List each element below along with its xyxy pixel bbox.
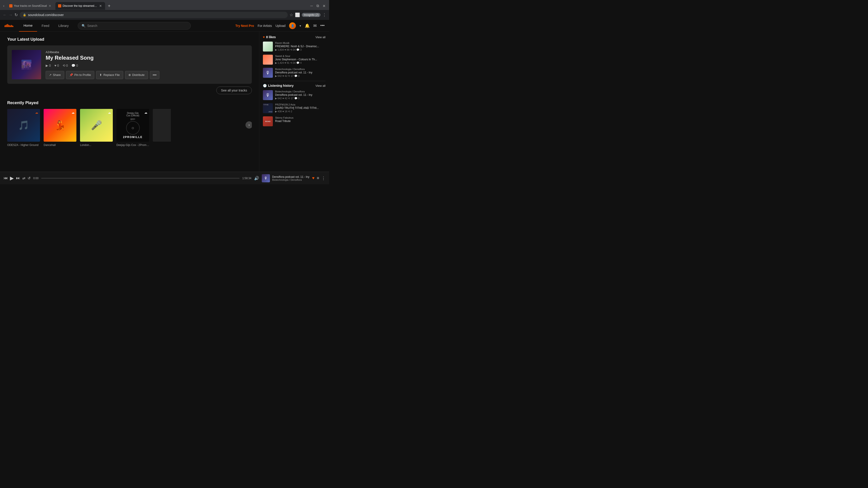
skip-forward-btn[interactable]: ⏭ [16, 176, 20, 181]
profile-switcher-btn[interactable]: ⬜ [295, 12, 300, 18]
track-card-5[interactable] [153, 109, 171, 147]
tab-1[interactable]: 🎵 Your tracks on SoundCloud ✕ [6, 2, 55, 10]
forward-btn[interactable]: → [8, 13, 13, 18]
likes-header: ♥ 8 likes View all [263, 35, 326, 39]
svg-rect-9 [13, 26, 13, 27]
share-btn[interactable]: ↗ Share [46, 71, 64, 79]
bookmark-btn[interactable]: ☆ [289, 12, 293, 18]
address-bar[interactable]: 🔒 soundcloud.com/discover [20, 12, 288, 18]
try-next-pro[interactable]: Try Next Pro [235, 24, 254, 28]
more-options-btn[interactable]: ••• [320, 23, 324, 28]
nav-library[interactable]: Library [54, 20, 73, 32]
avatar-chevron[interactable]: ▾ [300, 24, 301, 28]
for-artists[interactable]: For Artists [258, 24, 272, 28]
nav-home[interactable]: Home [19, 20, 37, 32]
player-more-btn[interactable]: ⋮ [321, 176, 326, 181]
track-card-2[interactable]: 💃 ☁ Dancehall [43, 109, 76, 147]
likes-section: ♥ 8 likes View all Raven Musik PREMIERE:… [263, 35, 326, 78]
history-channel-3: Skinny Fabulous [275, 116, 326, 119]
like-stats-2: ▶ 1,424 ♥ 91 ⟲ 34 💬 4 [275, 61, 326, 64]
tab-1-favicon: 🎵 [9, 4, 12, 7]
sc-overlay-2: ☁ [71, 111, 74, 114]
tab-2-close[interactable]: ✕ [99, 4, 102, 8]
sc-overlay-4: ☁ [144, 111, 147, 114]
header-right: Try Next Pro For Artists Upload 👤 ▾ 🔔 ✉ … [235, 22, 324, 29]
replace-file-btn[interactable]: ⬆ Replace File [96, 71, 123, 79]
history-channel-1: Biotechnologia / Densiflora [275, 90, 326, 93]
history-item-1[interactable]: 🎙 Biotechnologia / Densiflora Densiflora… [263, 90, 326, 100]
back-btn[interactable]: ← [3, 13, 7, 18]
tab-2-favicon: 🎵 [58, 4, 61, 7]
player-thumb[interactable]: 🎙 [262, 174, 270, 182]
sc-nav: Home Feed Library [19, 20, 73, 32]
player-artist: Biotechnologia / Densiflora [272, 178, 309, 181]
svg-rect-8 [12, 25, 12, 27]
next-tracks-btn[interactable]: › [246, 121, 252, 129]
distribute-btn[interactable]: ⊕ Distribute [125, 71, 148, 79]
track-card-1[interactable]: 🎵 ☁ ODESZA - Higher Ground [7, 109, 40, 147]
player-queue-btn[interactable]: ≡ [317, 176, 319, 181]
extensions-btn[interactable]: ⋮ [322, 12, 327, 18]
upload-actions: ↗ Share 📌 Pin to Profile ⬆ Replace File [46, 71, 247, 79]
upload-card: 🌆 A24beaba My Released Song ▶ 0 ♥ 0 ⟲ 0 … [7, 45, 252, 84]
pin-icon: 📌 [69, 73, 73, 76]
history-back-btn[interactable]: ‹ [2, 4, 6, 8]
user-avatar[interactable]: 👤 [289, 22, 296, 29]
like-item-2[interactable]: Sweet & Sour Jono Stephenson - Colours I… [263, 55, 326, 65]
like-channel-3: Biotechnologia / Densiflora [275, 68, 326, 70]
see-all-tracks-container: See all your tracks [7, 87, 252, 94]
tab-2[interactable]: 🎵 Discover the top streamed mus... ✕ [55, 2, 105, 10]
more-actions-btn[interactable]: ••• [150, 71, 160, 79]
player-actions: ♥ ≡ ⋮ [312, 176, 326, 181]
new-tab-btn[interactable]: + [106, 2, 112, 9]
history-item-2[interactable]: TITHE AND PRZFM109.2 Asia [HARD TRUTH] T… [263, 103, 326, 113]
upload-info: A24beaba My Released Song ▶ 0 ♥ 0 ⟲ 0 💬 … [46, 51, 247, 79]
like-track-3: Densiflora podcast vol. 11 - Iny [275, 71, 326, 74]
repost-count: ⟲ 0 [63, 64, 68, 67]
track-card-4[interactable]: Deejay-GijsCox (Official) gppc ○ 2PROMIL… [116, 109, 149, 147]
messages-btn[interactable]: ✉ [313, 23, 317, 28]
like-item-1[interactable]: Raven Musik PREMIERE: Nosh & SJ - Dreams… [263, 41, 326, 52]
see-all-tracks-btn[interactable]: See all your tracks [216, 87, 252, 94]
search-input[interactable]: 🔍 Search [78, 22, 191, 30]
svg-rect-1 [5, 25, 6, 27]
address-text: soundcloud.com/discover [28, 13, 64, 17]
incognito-badge[interactable]: Incognito (2) [302, 13, 320, 17]
upload-thumbnail[interactable]: 🌆 [12, 50, 41, 79]
player-heart-btn[interactable]: ♥ [312, 176, 315, 181]
nav-feed[interactable]: Feed [37, 20, 54, 32]
track-card-3[interactable]: 🎤 ☁ London... [80, 109, 113, 147]
recently-played-title: Recently Played [7, 101, 252, 105]
pin-to-profile-btn[interactable]: 📌 Pin to Profile [66, 71, 94, 79]
shuffle-btn[interactable]: ⇄ [22, 176, 25, 180]
progress-bar[interactable] [41, 178, 240, 179]
like-count: ♥ 0 [55, 64, 59, 67]
svg-rect-0 [4, 25, 5, 27]
tab-1-close[interactable]: ✕ [48, 4, 52, 8]
upload[interactable]: Upload [276, 24, 285, 28]
history-item-3[interactable]: ROAD Skinny Fabulous Road Tribute [263, 116, 326, 126]
minimize-btn[interactable]: ─ [310, 4, 313, 8]
sc-logo[interactable] [4, 24, 13, 28]
skip-back-btn[interactable]: ⏮ [4, 176, 8, 181]
play-btn[interactable]: ▶ [10, 175, 14, 181]
close-window-btn[interactable]: ✕ [322, 4, 326, 8]
like-item-3[interactable]: 🎙 Biotechnologia / Densiflora Densiflora… [263, 68, 326, 78]
player-track-info: 🎙 Densiflora podcast vol. 11 - Iny Biote… [262, 174, 309, 182]
volume-btn[interactable]: 🔊 [254, 176, 259, 181]
reload-btn[interactable]: ↻ [14, 12, 18, 18]
track-thumb-4: Deejay-GijsCox (Official) gppc ○ 2PROMIL… [116, 109, 149, 142]
svg-rect-3 [7, 24, 8, 27]
maximize-btn[interactable]: ⧉ [316, 4, 319, 8]
heart-icon: ♥ [263, 35, 265, 39]
repeat-btn[interactable]: ↺ [28, 176, 31, 180]
history-icon: 🕐 [263, 84, 267, 88]
sc-body: Your Latest Upload 🌆 A24beaba My Release… [0, 32, 329, 172]
notifications-btn[interactable]: 🔔 [305, 23, 310, 28]
likes-view-all[interactable]: View all [315, 35, 326, 39]
like-thumb-2 [263, 55, 273, 65]
sc-sidebar: ♥ 8 likes View all Raven Musik PREMIERE:… [259, 32, 329, 172]
like-track-2: Jono Stephenson - Colours In Th... [275, 58, 326, 61]
history-info-2: PRZFM109.2 Asia [HARD TRUTH] TITHE AND T… [275, 103, 326, 113]
history-view-all[interactable]: View all [315, 84, 326, 88]
